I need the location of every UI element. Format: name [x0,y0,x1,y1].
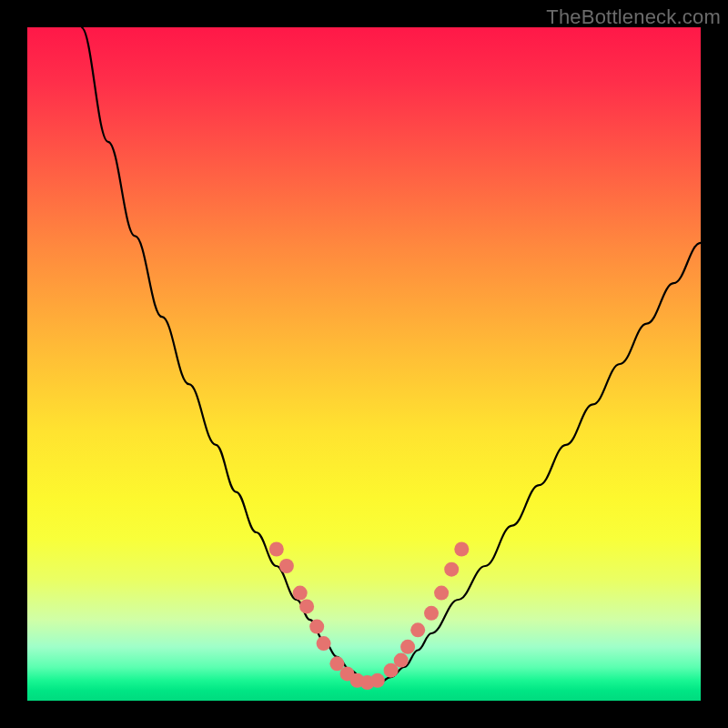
bottleneck-curve [81,27,701,684]
highlight-dot [317,636,331,651]
watermark-text: TheBottleneck.com [546,5,721,29]
plot-area [27,27,701,701]
highlight-dot [394,653,409,668]
highlight-dot [444,562,459,577]
highlight-dot [454,542,469,557]
highlight-dot [309,620,324,634]
highlight-dot [424,606,439,621]
outer-frame: TheBottleneck.com [0,0,728,728]
highlight-dot [434,586,449,601]
highlight-dot [410,622,425,637]
highlight-dots [269,542,470,691]
highlight-dot [299,599,314,613]
highlight-dot [370,673,385,688]
highlight-dot [279,559,294,573]
highlight-dot [400,640,415,654]
curve-svg [27,27,701,701]
highlight-dot [293,586,308,601]
highlight-dot [269,542,284,557]
